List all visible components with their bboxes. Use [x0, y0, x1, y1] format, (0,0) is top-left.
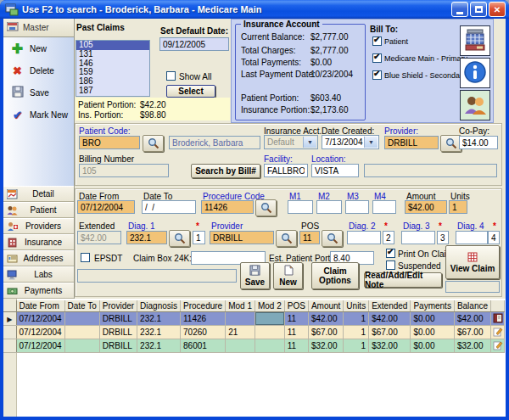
print-on-claim-checkbox[interactable] [386, 249, 395, 258]
diag2-pointer-input[interactable] [383, 231, 394, 244]
bill-to-patient-checkbox[interactable] [372, 36, 382, 46]
claim-new-button[interactable]: New [273, 262, 303, 289]
diag3-required-marker: * [439, 221, 442, 231]
patient-search-icon[interactable] [143, 135, 164, 152]
view-claim-readonly-field [445, 281, 500, 293]
claim-options-button[interactable]: Claim Options [311, 262, 359, 289]
patient-icon [7, 205, 20, 216]
pos-input[interactable] [299, 231, 320, 244]
claim-grid-icon [467, 252, 478, 264]
view-claim-button[interactable]: View Claim [445, 245, 500, 279]
edit-note-icon[interactable] [493, 329, 503, 339]
payments-icon [7, 286, 20, 296]
sidebar-item-insurance[interactable]: Insurance [3, 234, 74, 250]
diag1-input[interactable] [126, 231, 167, 244]
sidebar-item-payments[interactable]: Payments [3, 283, 74, 299]
billing-register-button[interactable] [460, 25, 490, 56]
claim-provider-input[interactable] [210, 231, 274, 244]
m3-input[interactable] [345, 200, 369, 214]
amount-input[interactable] [405, 200, 447, 214]
read-add-edit-note-button[interactable]: Read/Add/Edit Note [364, 272, 442, 288]
bill-to-blueshield-checkbox[interactable] [372, 70, 382, 80]
labs-icon [7, 270, 20, 280]
save-button[interactable]: Save [3, 81, 74, 104]
sidebar-item-labs[interactable]: Labs [3, 266, 74, 283]
edit-note-icon[interactable] [493, 343, 503, 352]
tab-master[interactable]: Master [3, 19, 74, 37]
past-claims-list[interactable]: 105 131 146 159 186 187 [76, 40, 150, 97]
delete-button[interactable]: ✖ Delete [3, 59, 74, 81]
patient-code-input[interactable] [79, 136, 140, 149]
diag2-input[interactable] [347, 231, 381, 244]
diag2-label: Diag. 2 [349, 221, 376, 231]
m2-input[interactable] [316, 200, 342, 214]
diag3-input[interactable] [401, 231, 435, 244]
insurance-acct-select[interactable]: Default▼ [264, 135, 318, 149]
diag4-input[interactable] [456, 231, 488, 244]
current-balance-value: $2,777.00 [310, 32, 349, 42]
app-window: Use F2 to search - Broderick, Barbara - … [0, 0, 509, 420]
show-all-checkbox[interactable] [166, 71, 176, 81]
provider-input[interactable] [384, 136, 439, 149]
close-button[interactable]: ✕ [489, 2, 506, 17]
claim-provider-search-icon[interactable] [276, 230, 297, 247]
sidebar-item-addresses[interactable]: Addresses [3, 250, 74, 266]
ia-patient-portion-label: Patient Portion: [241, 93, 299, 103]
new-button[interactable]: ✚ New [3, 37, 74, 59]
diag2-required-marker: * [384, 221, 388, 231]
table-row[interactable]: ▶ 07/12/2004DRBILL 232.111426 11 $42.001… [3, 312, 505, 326]
set-default-date-input[interactable] [159, 37, 229, 51]
sidebar-item-providers[interactable]: Providers [3, 218, 74, 234]
view-claim-label: View Claim [450, 264, 495, 273]
plus-icon: ✚ [11, 41, 24, 57]
claim-save-button[interactable]: Save [240, 262, 270, 289]
m1-input[interactable] [288, 200, 313, 214]
select-button[interactable]: Select [166, 85, 215, 98]
diag1-pointer-input[interactable] [193, 231, 205, 244]
table-row[interactable]: 07/12/2004DRBILL 232.186001 11 $32.001 $… [3, 339, 505, 353]
date-created-select[interactable]: 7/13/2004▼ [322, 135, 379, 149]
note-book-icon[interactable] [493, 316, 503, 325]
info-button[interactable] [460, 58, 490, 88]
bill-to-medicare-checkbox[interactable] [372, 53, 382, 63]
facility-input[interactable] [264, 164, 308, 177]
pos-search-icon[interactable] [322, 230, 343, 247]
last-payment-date-label: Last Payment Date: [241, 70, 316, 79]
m4-input[interactable] [372, 200, 396, 214]
delete-button-label: Delete [30, 66, 54, 76]
diag4-pointer-input[interactable] [488, 231, 500, 244]
past-claims-item[interactable]: 187 [76, 87, 149, 96]
sidebar-item-patient[interactable]: Patient [3, 202, 74, 218]
procedure-search-icon[interactable] [255, 199, 277, 216]
patients-button[interactable] [460, 90, 490, 120]
procedure-code-input[interactable] [201, 200, 254, 214]
table-row[interactable]: 07/12/2004DRBILL 232.17026021 11 $67.001… [3, 326, 505, 339]
bill-to-blueshield-label: Blue Shield - Secondary [384, 71, 467, 80]
total-payments-label: Total Payments: [241, 58, 301, 67]
minimize-button[interactable] [451, 2, 468, 17]
window-title: Use F2 to search - Broderick, Barbara - … [22, 4, 451, 14]
diag1-required-marker: * [196, 221, 199, 231]
epsdt-checkbox[interactable] [81, 253, 90, 262]
date-to-input[interactable] [142, 200, 196, 214]
claim-provider-label: Provider [211, 221, 243, 231]
ia-insurance-portion-value: $2,173.60 [310, 105, 349, 115]
ins-portion-label: Ins. Portion: [78, 110, 123, 120]
patient-name-field [169, 136, 260, 149]
current-row-arrow-icon: ▶ [7, 316, 12, 323]
diag1-search-icon[interactable] [169, 230, 190, 247]
location-input[interactable] [311, 164, 359, 177]
diag3-pointer-input[interactable] [437, 231, 449, 244]
date-from-input[interactable] [77, 200, 135, 214]
mark-new-button[interactable]: ✔ Mark New [3, 104, 74, 126]
co-pay-input[interactable] [459, 136, 498, 149]
suspended-checkbox[interactable] [386, 260, 395, 270]
search-by-bill-button[interactable]: Search by Bill# [191, 164, 260, 178]
diag4-label: Diag. 4 [457, 221, 484, 231]
last-payment-date-value: 10/23/2004 [310, 70, 353, 79]
maximize-button[interactable] [470, 2, 487, 17]
past-claims-item[interactable]: 131 [76, 50, 149, 59]
sidebar-item-detail[interactable]: Detail [3, 186, 74, 202]
diag4-required-marker: * [493, 221, 496, 231]
units-input[interactable] [449, 200, 467, 214]
